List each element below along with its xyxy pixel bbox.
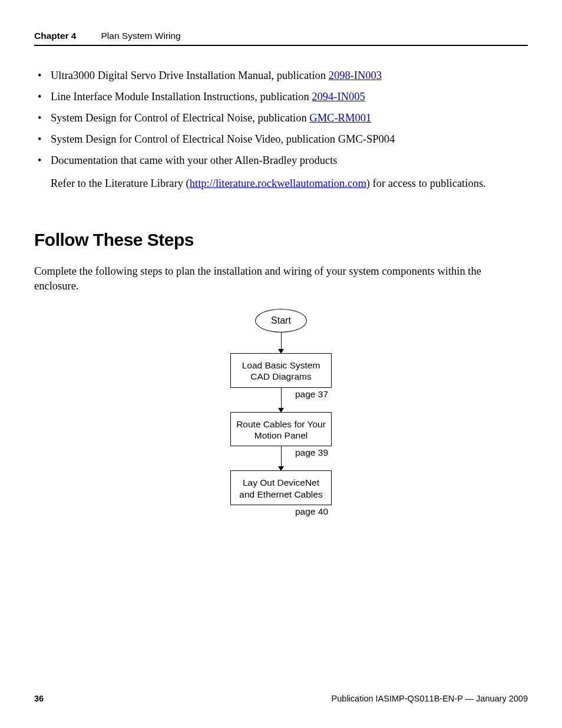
section-intro: Complete the following steps to plan the… — [34, 264, 528, 294]
text: Ultra3000 Digital Servo Drive Installati… — [51, 70, 329, 81]
publication-id: Publication IASIMP-QS011B-EN-P — January… — [332, 694, 528, 703]
text: Documentation that came with your other … — [51, 154, 338, 166]
page-ref-1: page 37 — [230, 388, 332, 400]
chapter-label: Chapter 4 — [34, 31, 77, 41]
reference-list: Ultra3000 Digital Servo Drive Installati… — [34, 68, 528, 168]
text: System Design for Control of Electrical … — [51, 133, 395, 145]
page-footer: 36 Publication IASIMP-QS011B-EN-P — Janu… — [34, 694, 528, 703]
link-literature-library[interactable]: http://literature.rockwellautomation.com — [190, 177, 366, 189]
flowchart: Start Load Basic System CAD Diagrams pag… — [34, 309, 528, 517]
flow-arrow — [281, 411, 282, 412]
flow-step-2: Route Cables for Your Motion Panel — [230, 412, 332, 447]
reference-paragraph: Refer to the Literature Library (http://… — [34, 176, 528, 191]
text: Refer to the Literature Library ( — [51, 177, 190, 189]
list-item: Documentation that came with your other … — [51, 153, 528, 168]
list-item: System Design for Control of Electrical … — [51, 111, 528, 126]
page-number: 36 — [34, 694, 44, 703]
list-item: Line Interface Module Installation Instr… — [51, 90, 528, 104]
page-header: Chapter 4 Plan System Wiring — [34, 31, 528, 46]
flow-step-1: Load Basic System CAD Diagrams — [230, 353, 332, 388]
list-item: System Design for Control of Electrical … — [51, 132, 528, 147]
flow-start: Start — [255, 309, 307, 332]
list-item: Ultra3000 Digital Servo Drive Installati… — [51, 68, 528, 83]
text: Line Interface Module Installation Instr… — [51, 91, 312, 103]
chapter-title: Plan System Wiring — [101, 31, 181, 41]
text: ) for access to publications. — [366, 177, 486, 189]
flow-arrow — [281, 470, 282, 470]
flow-step-3: Lay Out DeviceNet and Ethernet Cables — [230, 470, 332, 505]
flow-arrow — [281, 332, 282, 353]
link-2098-in003[interactable]: 2098-IN003 — [329, 70, 382, 81]
link-2094-in005[interactable]: 2094-IN005 — [312, 91, 365, 103]
link-gmc-rm001[interactable]: GMC-RM001 — [309, 112, 371, 124]
page-ref-2: page 39 — [230, 446, 332, 458]
text: System Design for Control of Electrical … — [51, 112, 309, 124]
page-ref-3: page 40 — [230, 505, 332, 517]
section-heading: Follow These Steps — [34, 230, 528, 250]
